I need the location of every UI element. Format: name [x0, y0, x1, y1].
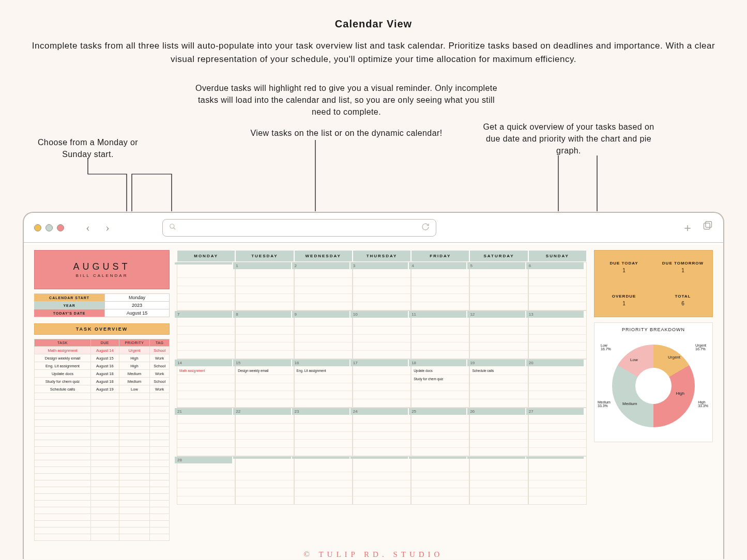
table-row[interactable]: [35, 413, 170, 420]
table-row[interactable]: [35, 400, 170, 407]
table-row[interactable]: [35, 507, 170, 514]
calendar-cell[interactable]: 4: [411, 262, 469, 310]
calendar-slot: [529, 399, 586, 407]
table-row[interactable]: [35, 407, 170, 413]
traffic-lights[interactable]: [34, 224, 64, 231]
table-row[interactable]: [35, 487, 170, 494]
calendar-cell[interactable]: 17: [353, 359, 411, 408]
calendar-cell[interactable]: [235, 456, 294, 505]
calendar-cell[interactable]: [528, 456, 587, 505]
table-row[interactable]: [35, 393, 170, 400]
calendar-cell[interactable]: 27: [528, 408, 587, 456]
cell-empty: [150, 407, 170, 413]
table-row[interactable]: Study for chem quizAugust 18MediumSchool: [35, 378, 170, 385]
calendar-cell[interactable]: 10: [353, 310, 411, 359]
cell-empty: [119, 534, 150, 541]
traffic-close-icon[interactable]: [57, 224, 64, 231]
calendar-slot: [236, 448, 293, 456]
table-row[interactable]: Schedule callsAugust 19LowWork: [35, 385, 170, 393]
table-row[interactable]: [35, 534, 170, 541]
calendar-cell[interactable]: 24: [353, 408, 411, 456]
calendar-cell[interactable]: 21: [177, 408, 235, 456]
calendar-cell[interactable]: 23: [294, 408, 353, 456]
calendar-cell[interactable]: 11: [411, 310, 469, 359]
calendar-cell[interactable]: 28: [177, 456, 235, 505]
calendar-cell[interactable]: 16Eng. Lit assignment: [294, 359, 353, 408]
table-row[interactable]: [35, 460, 170, 467]
day-number: 7: [175, 311, 232, 318]
calendar-slot: [353, 424, 410, 432]
calendar-cell[interactable]: 2: [294, 262, 353, 310]
calendar-cell[interactable]: 20: [528, 359, 587, 408]
calendar-slot: [177, 432, 235, 440]
calendar-slot: [470, 278, 527, 286]
table-row[interactable]: Eng. Lit assignmentAugust 16HighSchool: [35, 362, 170, 370]
table-row[interactable]: [35, 514, 170, 521]
calendar-start-select[interactable]: Monday: [105, 294, 170, 302]
address-bar[interactable]: [162, 219, 436, 237]
calendar-cell[interactable]: 12: [469, 310, 528, 359]
calendar-cell[interactable]: 9: [294, 310, 353, 359]
new-tab-icon[interactable]: ＋: [682, 220, 693, 236]
table-row[interactable]: [35, 440, 170, 447]
traffic-maximize-icon[interactable]: [45, 224, 53, 231]
calendar-cell[interactable]: [294, 456, 353, 505]
calendar-cell[interactable]: 13: [528, 310, 587, 359]
table-row[interactable]: [35, 467, 170, 474]
table-row[interactable]: [35, 420, 170, 427]
browser-toolbar: ‹ › ＋: [24, 213, 723, 243]
calendar-cell[interactable]: 18Update docsStudy for chem quiz: [411, 359, 469, 408]
table-row[interactable]: [35, 494, 170, 501]
calendar-cell[interactable]: [411, 456, 469, 505]
calendar-cell[interactable]: [469, 456, 528, 505]
calendar-cell[interactable]: 8: [235, 310, 294, 359]
forward-button[interactable]: ›: [101, 221, 114, 235]
calendar-slot: [177, 496, 235, 504]
table-row[interactable]: [35, 447, 170, 454]
table-row[interactable]: Update docsAugust 18MediumWork: [35, 370, 170, 378]
day-header: WEDNESDAY: [294, 250, 353, 262]
calendar-cell[interactable]: 22: [235, 408, 294, 456]
calendar-cell[interactable]: 14Math assignment: [177, 359, 235, 408]
tabs-icon[interactable]: [703, 220, 713, 236]
callout-start-day: Choose from a Monday or Sunday start.: [28, 136, 147, 160]
back-button[interactable]: ‹: [82, 221, 94, 235]
calendar-slot: [236, 399, 293, 407]
table-row[interactable]: Math assignmentAugust 14UrgentSchool: [35, 347, 170, 354]
table-row[interactable]: [35, 501, 170, 507]
table-row[interactable]: [35, 521, 170, 527]
calendar-cell[interactable]: 3: [353, 262, 411, 310]
label-low: Low16.7%: [601, 344, 611, 351]
cell-empty: [119, 393, 150, 400]
table-row[interactable]: [35, 527, 170, 534]
table-row[interactable]: [35, 427, 170, 433]
calendar-slot: [529, 270, 586, 278]
day-header: FRIDAY: [411, 250, 469, 262]
svg-point-0: [170, 224, 174, 228]
calendar-slot: [353, 367, 410, 375]
day-number: 20: [526, 360, 584, 366]
calendar-cell[interactable]: 26: [469, 408, 528, 456]
cell-empty: [90, 427, 119, 433]
calendar-cell[interactable]: 1: [235, 262, 294, 310]
table-row[interactable]: [35, 454, 170, 460]
calendar-cell[interactable]: [177, 262, 235, 310]
table-row[interactable]: [35, 433, 170, 440]
table-row[interactable]: Design weekly emailAugust 15HighWork: [35, 354, 170, 362]
calendar-cell[interactable]: 6: [528, 262, 587, 310]
calendar-cell[interactable]: 19Schedule calls: [469, 359, 528, 408]
table-row[interactable]: [35, 474, 170, 480]
year-input[interactable]: 2023: [105, 302, 170, 309]
calendar-cell[interactable]: [353, 456, 411, 505]
reload-icon[interactable]: [421, 223, 430, 233]
calendar-cell[interactable]: 5: [469, 262, 528, 310]
calendar-cell[interactable]: 15Design weekly email: [235, 359, 294, 408]
calendar-slot: [236, 432, 293, 440]
calendar-slot: [236, 343, 293, 351]
calendar-slot: [529, 472, 586, 480]
day-number: [292, 457, 349, 459]
calendar-cell[interactable]: 7: [177, 310, 235, 359]
traffic-minimize-icon[interactable]: [34, 224, 41, 231]
calendar-cell[interactable]: 25: [411, 408, 469, 456]
table-row[interactable]: [35, 480, 170, 487]
